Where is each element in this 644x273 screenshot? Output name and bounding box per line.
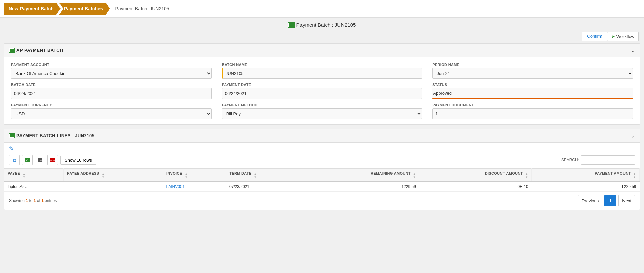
ap-section-icon xyxy=(9,48,14,52)
payee-sort: ▲▼ xyxy=(23,172,25,179)
ap-form-body: PAYMENT ACCOUNT Bank Of America Checkir … xyxy=(4,57,640,124)
invoice-sort: ▲▼ xyxy=(185,172,188,179)
showing-text: Showing 1 to 1 of 1 entries xyxy=(9,198,57,203)
status-field: STATUS xyxy=(432,83,633,99)
page-title-row: Payment Batch : JUN2105 xyxy=(0,18,644,30)
ap-section-title: AP PAYMENT BATCH xyxy=(9,48,63,53)
page-1-button[interactable]: 1 xyxy=(604,195,616,206)
csv-icon: CSV xyxy=(37,157,43,163)
td-term-date: 07/23/2021 xyxy=(226,182,303,192)
th-payee-address[interactable]: PAYEE ADDRESS ▲▼ xyxy=(64,169,163,182)
batch-name-input[interactable] xyxy=(222,68,422,79)
payment-date-field: PAYMENT DATE xyxy=(222,83,422,99)
copy-button[interactable]: ⧉ xyxy=(9,155,20,165)
th-payment-amount[interactable]: PAYMENT AMOUNT ▲▼ xyxy=(532,169,640,182)
batch-date-label: BATCH DATE xyxy=(11,83,212,87)
payment-account-field: PAYMENT ACCOUNT Bank Of America Checkir xyxy=(11,63,212,79)
pdf-button[interactable]: PDF xyxy=(47,155,58,165)
lines-section-title: PAYMENT BATCH LINES : JUN2105 xyxy=(9,133,94,138)
status-input xyxy=(432,88,633,99)
th-invoice[interactable]: INVOICE ▲▼ xyxy=(163,169,226,182)
td-discount-amount: 0E-10 xyxy=(419,182,532,192)
payment-date-input[interactable] xyxy=(222,88,422,99)
ap-section-chevron[interactable]: ⌄ xyxy=(631,47,635,53)
discount-amount-sort: ▲▼ xyxy=(525,172,528,179)
table-body: Lipton Asia LAINV001 07/23/2021 1229.59 … xyxy=(4,182,640,192)
period-name-field: PERIOD NAME Jun-21 xyxy=(432,63,633,79)
next-button[interactable]: Next xyxy=(618,195,635,206)
breadcrumb: New Payment Batch Payment Batches Paymen… xyxy=(0,0,644,18)
breadcrumb-payment-batches[interactable]: Payment Batches xyxy=(59,3,110,15)
period-name-group: PERIOD NAME Jun-21 STATUS PAYMENT DOCUME… xyxy=(432,63,633,119)
payment-date-label: PAYMENT DATE xyxy=(222,83,422,87)
payment-method-select[interactable]: Bill Pay xyxy=(222,108,422,119)
period-name-select[interactable]: Jun-21 xyxy=(432,68,633,79)
payment-method-label: PAYMENT METHOD xyxy=(222,103,422,107)
toolbar-left: ⧉ X CSV PDF Show 10 rows xyxy=(9,155,96,165)
batch-name-field: BATCH NAME xyxy=(222,63,422,79)
batch-date-field: BATCH DATE xyxy=(11,83,212,99)
batch-name-label: BATCH NAME xyxy=(222,63,422,67)
payment-method-field: PAYMENT METHOD Bill Pay xyxy=(222,103,422,119)
th-term-date[interactable]: TERM DATE ▲▼ xyxy=(226,169,303,182)
lines-section-icon xyxy=(9,134,14,138)
svg-text:CSV: CSV xyxy=(38,159,43,162)
search-label: SEARCH: xyxy=(561,158,579,162)
excel-icon: X xyxy=(25,157,30,163)
payment-amount-sort: ▲▼ xyxy=(633,172,636,179)
svg-text:PDF: PDF xyxy=(50,159,55,162)
search-input[interactable] xyxy=(581,155,635,165)
payment-currency-select[interactable]: USD xyxy=(11,108,212,119)
payment-document-input[interactable] xyxy=(432,108,633,119)
payment-document-field: PAYMENT DOCUMENT xyxy=(432,103,633,119)
th-payee[interactable]: PAYEE ▲▼ xyxy=(4,169,64,182)
payment-batch-lines-section: PAYMENT BATCH LINES : JUN2105 ⌄ ✎ ⧉ X CS… xyxy=(4,129,640,210)
breadcrumb-current: Payment Batch: JUN2105 xyxy=(115,6,169,11)
payment-currency-field: PAYMENT CURRENCY USD xyxy=(11,103,212,119)
excel-button[interactable]: X xyxy=(22,155,33,165)
table-header: PAYEE ▲▼ PAYEE ADDRESS ▲▼ INVOICE ▲▼ TER… xyxy=(4,169,640,182)
lines-section-header: PAYMENT BATCH LINES : JUN2105 ⌄ xyxy=(4,129,640,143)
status-label: STATUS xyxy=(432,83,633,87)
payment-account-label: PAYMENT ACCOUNT xyxy=(11,63,212,67)
remaining-amount-sort: ▲▼ xyxy=(413,172,416,179)
page-title-icon xyxy=(288,23,294,27)
ap-payment-batch-section: AP PAYMENT BATCH ⌄ PAYMENT ACCOUNT Bank … xyxy=(4,43,640,125)
pagination-row: Showing 1 to 1 of 1 entries Previous 1 N… xyxy=(4,192,640,210)
show-rows-button[interactable]: Show 10 rows xyxy=(60,156,96,165)
payment-document-label: PAYMENT DOCUMENT xyxy=(432,103,633,107)
edit-icon-row: ✎ xyxy=(4,143,640,152)
breadcrumb-new-payment-batch[interactable]: New Payment Batch xyxy=(4,3,61,15)
previous-button[interactable]: Previous xyxy=(578,195,603,206)
pagination-buttons: Previous 1 Next xyxy=(578,195,635,206)
payment-account-group: PAYMENT ACCOUNT Bank Of America Checkir … xyxy=(11,63,212,119)
lines-section-chevron[interactable]: ⌄ xyxy=(631,132,635,139)
td-remaining-amount: 1229.59 xyxy=(303,182,419,192)
payee-address-sort: ▲▼ xyxy=(102,172,104,179)
td-payee-address xyxy=(64,182,163,192)
confirm-button[interactable]: Confirm xyxy=(582,32,607,41)
payment-account-select[interactable]: Bank Of America Checkir xyxy=(11,68,212,79)
csv-button[interactable]: CSV xyxy=(35,155,45,165)
table-row: Lipton Asia LAINV001 07/23/2021 1229.59 … xyxy=(4,182,640,192)
period-name-label: PERIOD NAME xyxy=(432,63,633,67)
td-invoice[interactable]: LAINV001 xyxy=(163,182,226,192)
td-payee: Lipton Asia xyxy=(4,182,64,192)
svg-text:X: X xyxy=(26,159,28,162)
td-payment-amount: 1229.59 xyxy=(532,182,640,192)
batch-date-input[interactable] xyxy=(11,88,212,99)
th-remaining-amount[interactable]: REMAINING AMOUNT ▲▼ xyxy=(303,169,419,182)
lines-table: PAYEE ▲▼ PAYEE ADDRESS ▲▼ INVOICE ▲▼ TER… xyxy=(4,168,640,192)
term-date-sort: ▲▼ xyxy=(254,172,257,179)
table-toolbar: ⧉ X CSV PDF Show 10 rows SEARCH: xyxy=(4,152,640,168)
workflow-icon: ➤ xyxy=(611,34,615,39)
edit-icon-button[interactable]: ✎ xyxy=(9,145,13,152)
ap-section-header: AP PAYMENT BATCH ⌄ xyxy=(4,44,640,57)
payment-currency-label: PAYMENT CURRENCY xyxy=(11,103,212,107)
workflow-button[interactable]: ➤ Workflow xyxy=(607,32,639,41)
page-title: Payment Batch : JUN2105 xyxy=(296,22,356,28)
th-discount-amount[interactable]: DISCOUNT AMOUNT ▲▼ xyxy=(419,169,532,182)
pdf-icon: PDF xyxy=(50,157,55,163)
ap-form-grid: PAYMENT ACCOUNT Bank Of America Checkir … xyxy=(11,63,633,119)
action-row: Confirm ➤ Workflow xyxy=(0,30,644,43)
